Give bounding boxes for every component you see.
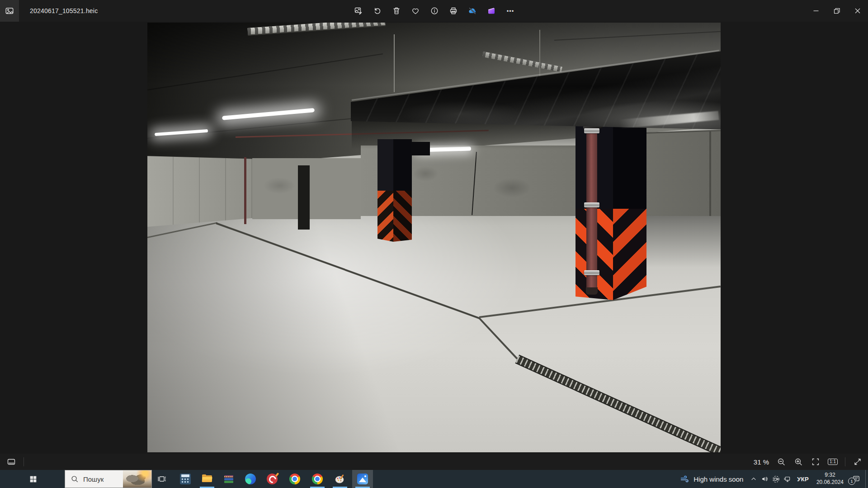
search-daily-image [123,470,152,488]
meet-now-camera-icon [772,475,780,483]
taskbar-item-calculator[interactable] [175,470,196,488]
fullscreen-button[interactable] [849,454,866,470]
chevron-up-icon [750,475,757,483]
duct-bracket [411,142,430,155]
weather-text: High winds soon [693,475,743,483]
network-button[interactable] [782,470,793,488]
hidden-icons-button[interactable] [748,470,759,488]
hazard-chevrons [613,209,646,300]
calculator-icon [180,474,191,484]
filmstrip-toggle-button[interactable] [3,454,20,470]
taskbar-item-chrome-2[interactable] [307,470,328,488]
delete-button[interactable] [387,0,406,22]
file-explorer-icon [202,474,212,484]
zoom-in-button[interactable] [790,454,807,470]
photos-app-window: 20240617_105521.heic [0,0,868,488]
paint-icon [335,474,345,484]
taskbar-item-file-explorer[interactable] [197,470,217,488]
zoom-out-button[interactable] [773,454,790,470]
taskbar-item-edge[interactable] [240,470,261,488]
taskbar-search[interactable] [65,470,152,488]
actual-size-label: 1:1 [828,459,838,465]
start-button[interactable] [14,470,52,488]
taskbar-item-winrar[interactable] [218,470,239,488]
titlebar: 20240617_105521.heic [0,0,868,22]
system-tray: High winds soon [675,470,868,488]
print-button[interactable] [444,0,463,22]
hanger-rod [394,34,395,92]
taskbar-item-paint[interactable] [330,470,350,488]
search-icon [71,475,79,483]
date: 20.06.2024 [816,479,844,486]
clipchamp-icon[interactable] [482,0,501,22]
pipe-coupling [584,202,599,207]
wall-standpipe [244,157,246,224]
windows-logo-icon [29,475,37,483]
ethernet-network-icon [783,475,792,483]
restore-button[interactable] [826,0,847,22]
photo-toolbar: ••• [349,0,520,22]
divider [845,457,845,466]
speaker-icon [761,475,769,483]
hanger-rod [539,30,540,77]
chrome-icon [312,474,323,484]
language-indicator[interactable]: УКР [793,476,813,483]
actual-size-button[interactable]: 1:1 [824,454,841,470]
edit-image-button[interactable] [349,0,368,22]
pipe-coupling [584,270,599,275]
notification-badge: 1 [848,478,855,485]
winrar-icon [223,474,234,484]
pipe-end-cap [586,287,598,295]
file-name: 20240617_105521.heic [30,0,98,22]
taskbar-item-chrome[interactable] [284,470,305,488]
rotate-button[interactable] [368,0,387,22]
see-more-dots: ••• [507,8,514,14]
photo-image[interactable] [147,23,721,452]
app-logo-icon[interactable] [0,0,19,22]
search-input[interactable] [82,475,123,483]
edge-icon [245,474,256,484]
taskbar-item-ccleaner[interactable] [262,470,283,488]
close-button[interactable] [847,0,868,22]
concrete-wall-left [147,155,252,227]
task-view-button[interactable] [151,470,172,488]
show-desktop-button[interactable] [865,470,868,488]
info-button[interactable] [425,0,444,22]
hazard-stripes [377,191,393,242]
wind-icon [680,474,690,484]
hazard-column-left [377,139,412,242]
weather-widget[interactable]: High winds soon [675,470,748,488]
meet-now-button[interactable] [770,470,782,488]
volume-button[interactable] [759,470,770,488]
viewer-statusbar: 31 % 1:1 [0,454,868,470]
window-controls [806,0,868,22]
divider [24,457,24,466]
windows-taskbar: High winds soon [0,470,868,488]
ccleaner-icon [267,474,278,484]
see-more-button[interactable]: ••• [501,0,520,22]
dark-doorway [298,165,310,230]
red-standpipe [586,129,597,293]
column-black-wrap [377,139,412,192]
taskbar-item-photos-active[interactable] [352,470,373,488]
action-center-button[interactable]: 1 [847,470,865,488]
fit-to-window-button[interactable] [807,454,824,470]
task-view-icon [157,474,167,484]
minimize-button[interactable] [806,0,826,22]
photos-app-icon [357,474,368,484]
favorite-button[interactable] [406,0,425,22]
pipe-coupling [584,128,599,133]
time: 9:32 [816,472,844,479]
hazard-stripes [393,191,412,242]
zoom-level: 31 % [754,458,769,466]
chrome-icon [289,474,300,484]
onedrive-unavailable-icon[interactable] [463,0,482,22]
clock[interactable]: 9:32 20.06.2024 [813,472,847,486]
